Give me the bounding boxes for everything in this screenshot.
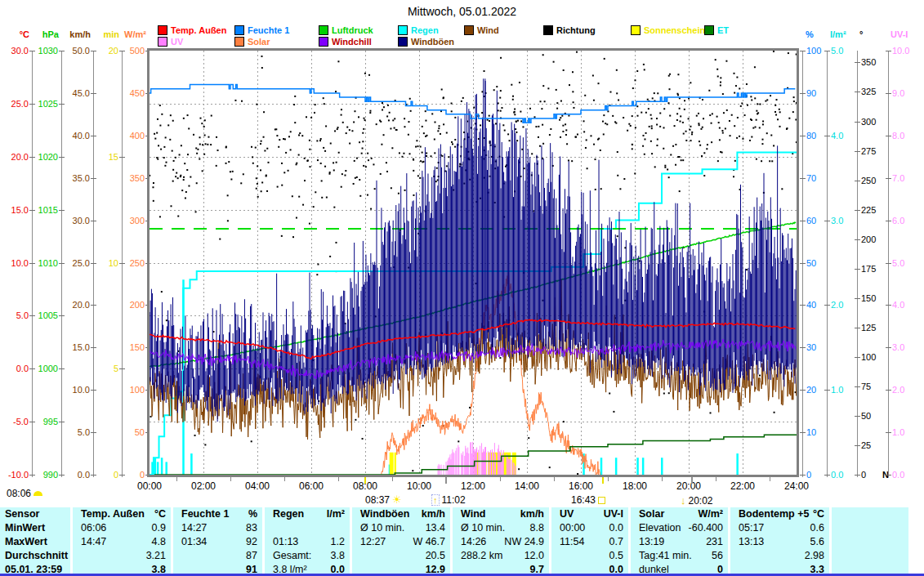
humidity-axis-line <box>802 51 803 477</box>
solar-axis-label: 50 <box>107 427 145 437</box>
humidity-axis-label: 40 <box>806 300 816 310</box>
cell-left: 14:47 <box>78 536 106 547</box>
uv-axis-label: 9.0 <box>892 88 904 98</box>
cell-value: 3.8 <box>331 550 345 561</box>
sunshine-axis-tick <box>119 368 125 369</box>
legend-sonnenschein[interactable]: Sonnenschein <box>631 25 705 35</box>
windspeed-axis-tick <box>91 432 96 433</box>
table-cell-temp-au-en: 14:474.8 <box>73 535 171 549</box>
legend-windb-en[interactable]: Windböen <box>398 36 454 47</box>
legend-label: Solar <box>248 37 270 47</box>
solar-axis-label: 100 <box>107 385 145 395</box>
legend-color-box <box>234 25 244 35</box>
windspeed-axis-tick <box>91 347 96 348</box>
page-title: Mittwoch, 05.01.2022 <box>0 5 924 18</box>
marker-time: 16:43 <box>571 494 596 506</box>
cell-left: Regen <box>270 508 304 520</box>
table-cell-uv: 11:540.7 <box>551 535 628 549</box>
rain-axis-label: 4.0 <box>831 131 843 141</box>
weather-chart-canvas <box>150 51 797 475</box>
time-label-2200: 22:00 <box>723 480 762 492</box>
cell-value: 3.21 <box>146 550 166 561</box>
cell-left: Feuchte 1 <box>178 508 229 520</box>
windspeed-axis-label: 5.0 <box>52 427 90 437</box>
cell-value: km/h <box>422 508 445 520</box>
humidity-axis-label: 80 <box>806 131 816 141</box>
direction-axis-tick <box>855 151 860 152</box>
uv-axis-label: 0.0 <box>892 470 904 480</box>
table-row: MaxWert14:474.801:349201:131.212:27W 46.… <box>0 535 924 549</box>
cell-left: Gesamt: <box>270 550 311 561</box>
table-cell-bodentemp-5: 2.98 <box>730 548 829 562</box>
hour-tick <box>230 477 231 481</box>
rain-axis-label: 1.0 <box>831 385 843 395</box>
legend-luftdruck[interactable]: Luftdruck <box>319 25 373 35</box>
table-filler <box>832 507 908 521</box>
uv-axis-label: 1.0 <box>892 427 904 437</box>
pressure-axis-tick <box>59 157 65 158</box>
direction-axis-label: 225 <box>861 205 876 215</box>
legend-solar[interactable]: Solar <box>234 36 270 47</box>
table-cell-feuchte-1: 87 <box>173 548 262 562</box>
hour-tick <box>338 477 339 481</box>
table-cell-uv: 00:000.0 <box>551 521 628 535</box>
direction-axis-label: 125 <box>861 323 876 333</box>
humidity-axis-tick <box>800 263 806 264</box>
cell-left: Tag:41 min. <box>636 550 692 561</box>
legend-feuchte-1[interactable]: Feuchte 1 <box>234 25 289 35</box>
direction-axis-line <box>857 51 858 477</box>
legend-richtung[interactable]: Richtung <box>543 25 596 35</box>
hour-tick <box>716 477 716 481</box>
table-cell-solar: 13:19231 <box>631 535 728 549</box>
legend-label: Windböen <box>411 37 454 47</box>
cell-left: 14:27 <box>178 522 207 534</box>
moonset-icon: ↓ <box>681 494 686 507</box>
direction-axis-label: 75 <box>861 382 871 391</box>
time-label-0200: 02:00 <box>184 480 223 492</box>
uv-axis-label: 10.0 <box>892 46 909 56</box>
rain-axis-header: l/m² <box>830 29 846 39</box>
uv-axis-line <box>888 51 889 477</box>
direction-axis-label: 150 <box>861 293 876 303</box>
sun-icon: ☀ <box>392 496 402 504</box>
direction-axis-label: 300 <box>861 117 876 127</box>
pressure-axis-label: 1025 <box>20 99 58 109</box>
uv-axis-tick <box>886 51 891 51</box>
humidity-axis-tick <box>800 347 806 348</box>
solar-axis-label: 500 <box>107 46 145 56</box>
table-cell-temp-au-en: 3.21 <box>73 548 171 562</box>
legend-et[interactable]: ET <box>704 25 729 35</box>
time-label-1400: 14:00 <box>507 480 547 492</box>
uv-axis-label: 5.0 <box>892 258 904 268</box>
windspeed-axis-tick <box>91 305 96 306</box>
humidity-axis-tick <box>800 136 806 136</box>
humidity-axis-label: 10 <box>806 427 816 437</box>
summary-table: SensorTemp. Außen°CFeuchte 1%Regenl/m²Wi… <box>0 507 924 576</box>
legend-temp-au-en[interactable]: Temp. Außen <box>158 25 226 35</box>
table-cell-wind: Ø 10 min.8.8 <box>453 521 549 535</box>
cell-value: 87 <box>246 550 257 561</box>
legend-uv[interactable]: UV <box>158 36 183 47</box>
legend-wind[interactable]: Wind <box>464 25 499 35</box>
table-cell-uv: UVUV-I <box>551 507 628 521</box>
uv-axis-label: 8.0 <box>892 131 904 141</box>
direction-axis-tick <box>855 122 860 123</box>
solar-axis-header: W/m² <box>97 29 146 39</box>
table-cell-temp-au-en: 06:060.9 <box>73 521 171 535</box>
windspeed-axis-tick <box>91 178 96 179</box>
pressure-axis-tick <box>59 104 65 105</box>
legend-windchill[interactable]: Windchill <box>319 36 372 47</box>
direction-axis-label: 275 <box>861 146 876 156</box>
rain-axis-label: 3.0 <box>831 216 843 225</box>
table-cell-windb-en: Windböenkm/h <box>352 507 450 521</box>
legend-regen[interactable]: Regen <box>398 25 439 35</box>
table-filler <box>832 535 908 549</box>
table-row-label: Sensor <box>0 507 70 521</box>
cell-left: 11:54 <box>556 536 584 547</box>
cell-left: 01:34 <box>178 536 207 547</box>
direction-axis-tick <box>855 445 860 446</box>
cell-value: UV-I <box>604 508 623 520</box>
table-row: MinWert06:060.914:2783Ø 10 min.13.4Ø 10 … <box>0 521 924 535</box>
time-label-1800: 18:00 <box>615 480 654 492</box>
legend-color-box <box>234 37 244 47</box>
